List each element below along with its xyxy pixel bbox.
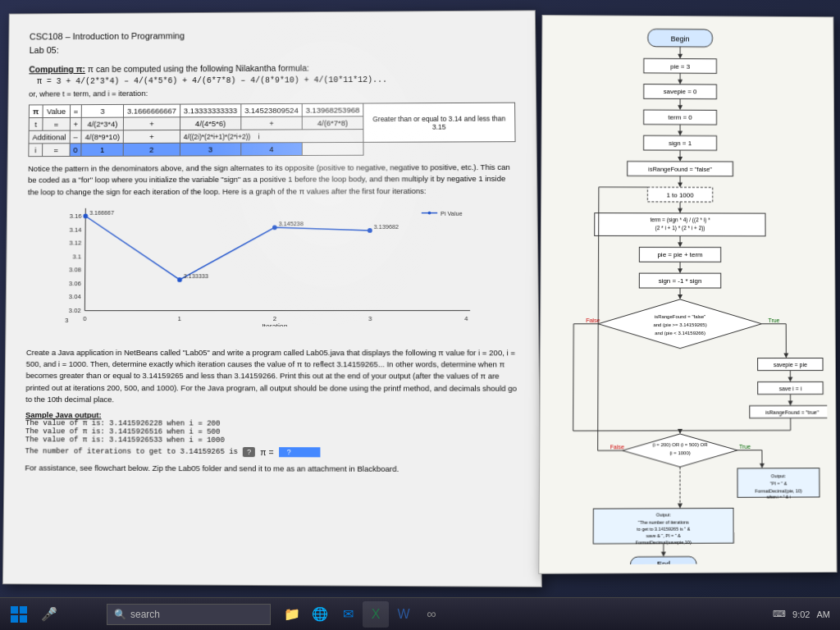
svg-text:Pi Value: Pi Value	[441, 209, 463, 217]
svg-text:Output:: Output:	[771, 473, 787, 478]
svg-marker-51	[678, 182, 682, 187]
svg-marker-31	[678, 54, 682, 59]
screen-content: CSC108 – Introduction to Programming Lab…	[0, 0, 840, 597]
pi-equals-label: π =	[260, 447, 273, 457]
svg-text:3.04: 3.04	[69, 293, 82, 300]
svg-point-20	[368, 228, 372, 233]
svg-marker-64	[678, 268, 682, 273]
svg-text:3.139682: 3.139682	[374, 223, 399, 231]
or-line: or, where t = term, and i = iteration:	[29, 87, 515, 98]
tray-icon-1: ⌨	[773, 609, 786, 619]
am-pm: AM	[817, 609, 831, 619]
svg-marker-39	[678, 105, 682, 110]
svg-marker-111	[678, 504, 682, 509]
svg-text:3.12: 3.12	[69, 240, 81, 247]
svg-marker-55	[678, 208, 682, 213]
svg-point-19	[272, 225, 277, 230]
svg-text:"The number of iterations: "The number of iterations	[638, 520, 689, 525]
svg-text:save & ", PI = " &: save & ", PI = " &	[646, 533, 682, 538]
svg-marker-35	[678, 80, 682, 84]
svg-marker-119	[661, 552, 666, 557]
svg-text:3.133333: 3.133333	[184, 272, 208, 280]
flowchart-area: Begin pie = 3 savepie = 0 term = 0 sign …	[538, 15, 837, 574]
attachment-text: For assistance, see flowchart below. Zip…	[25, 463, 518, 473]
svg-text:True: True	[768, 317, 779, 323]
taskbar-word-icon[interactable]: W	[390, 601, 417, 628]
svg-line-0	[84, 208, 85, 311]
svg-text:3.14: 3.14	[69, 226, 82, 233]
pi-answer-field[interactable]: ?	[279, 447, 320, 457]
svg-text:sign = -1 * sign: sign = -1 * sign	[659, 277, 702, 285]
search-text-label: search	[130, 609, 160, 620]
svg-line-91	[573, 324, 574, 431]
task-description: Create a Java application in NetBeans ca…	[25, 347, 518, 406]
taskbar-search-bar[interactable]: 🔍 search	[107, 604, 271, 625]
svg-text:and (pie >= 3.14159265): and (pie >= 3.14159265)	[653, 322, 706, 327]
taskbar-explorer-icon[interactable]: 📁	[279, 601, 305, 628]
svg-marker-47	[678, 157, 682, 162]
svg-text:1: 1	[178, 315, 181, 322]
svg-marker-68	[678, 294, 682, 299]
taskbar-infinity-icon[interactable]: ∞	[418, 601, 445, 628]
question-box: The number of iterations to get to 3.141…	[25, 446, 320, 457]
taskbar-mail-icon[interactable]: ✉	[335, 601, 361, 628]
svg-point-18	[177, 277, 182, 282]
svg-marker-81	[788, 377, 792, 382]
svg-text:3.1: 3.1	[72, 253, 81, 260]
svg-text:4: 4	[464, 315, 468, 322]
svg-text:to get to 3.14159265 is " &: to get to 3.14159265 is " &	[637, 527, 690, 532]
svg-text:term = 0: term = 0	[669, 114, 693, 121]
flowchart-svg: Begin pie = 3 savepie = 0 term = 0 sign …	[548, 24, 829, 565]
svg-text:3.145238: 3.145238	[279, 220, 304, 227]
start-button[interactable]	[0, 598, 37, 631]
taskbar-chrome-icon[interactable]: 🌐	[307, 601, 333, 628]
svg-text:isRangeFound = "false": isRangeFound = "false"	[655, 314, 705, 319]
svg-text:(2 * i + 1) * (2 * i + 2)): (2 * i + 1) * (2 * i + 2))	[655, 226, 705, 232]
svg-text:1 to 1000: 1 to 1000	[667, 191, 695, 199]
question-badge-1: ?	[243, 447, 255, 457]
svg-text:3.08: 3.08	[69, 266, 81, 273]
output-line-3: The value of π is: 3.1415926533 when i =…	[25, 436, 519, 445]
svg-text:savepie = pie: savepie = pie	[774, 363, 807, 369]
svg-text:Iteration: Iteration	[262, 322, 288, 326]
svg-marker-43	[678, 131, 682, 136]
svg-text:(i = 200) OR (i = 500) OR: (i = 200) OR (i = 500) OR	[652, 442, 707, 447]
windows-logo	[11, 606, 27, 623]
formula-section: Computing π: π can be computed using the…	[29, 62, 515, 98]
touch-indicator[interactable]: 🎤	[37, 602, 62, 627]
formula-display: π = 3 + 4/(2*3*4) – 4/(4*5*6) + 4/(6*7*8…	[29, 75, 515, 86]
svg-text:3.06: 3.06	[69, 280, 81, 287]
search-icon: 🔍	[114, 609, 126, 620]
document-area: CSC108 – Introduction to Programming Lab…	[2, 10, 542, 587]
svg-text:save i = i: save i = i	[779, 386, 802, 391]
taskbar: 🎤 🔍 search 📁 🌐 ✉ X W ∞ ⌨ 9:02 AM	[0, 597, 840, 630]
svg-text:Output:: Output:	[656, 513, 672, 518]
time-display: 9:02	[792, 609, 810, 619]
svg-text:term = (sign * 4) / ((2 * i) *: term = (sign * 4) / ((2 * i) *	[650, 217, 710, 224]
pi-table: π Value = 3 3.1666666667 3.13333333333 3…	[28, 103, 515, 158]
svg-text:3: 3	[65, 317, 68, 324]
output-line-4-text: The number of iterations to get to 3.141…	[25, 447, 238, 456]
svg-text:"PI = " &: "PI = " &	[770, 481, 788, 486]
svg-text:pie = 3: pie = 3	[670, 62, 690, 70]
taskbar-app-icons: 📁 🌐 ✉ X W ∞	[279, 601, 445, 628]
svg-text:3.166667: 3.166667	[89, 208, 114, 216]
svg-text:0: 0	[83, 315, 86, 322]
svg-text:isRangeFound = "true": isRangeFound = "true"	[765, 409, 819, 416]
notice-text: Notice the pattern in the denominators a…	[28, 162, 516, 198]
svg-marker-77	[783, 354, 788, 358]
svg-text:and (pie < 3.14159266): and (pie < 3.14159266)	[655, 331, 705, 336]
svg-text:FormatDecimal(pie, 10): FormatDecimal(pie, 10)	[755, 488, 802, 493]
svg-point-26	[428, 211, 431, 214]
sample-output: Sample Java output: The value of π is: 3…	[25, 410, 519, 458]
taskbar-excel-icon[interactable]: X	[363, 601, 389, 628]
svg-text:3.02: 3.02	[69, 306, 81, 313]
svg-text:savepie = 0: savepie = 0	[664, 89, 697, 96]
section-title: Computing π: π can be computed using the…	[29, 62, 514, 74]
svg-text:pie = pie + term: pie = pie + term	[657, 251, 703, 258]
svg-marker-85	[788, 401, 793, 406]
svg-text:(i = 1000): (i = 1000)	[669, 450, 691, 455]
svg-text:Begin: Begin	[671, 34, 690, 43]
svg-marker-93	[678, 429, 682, 434]
system-tray: ⌨ 9:02 AM	[773, 609, 840, 619]
